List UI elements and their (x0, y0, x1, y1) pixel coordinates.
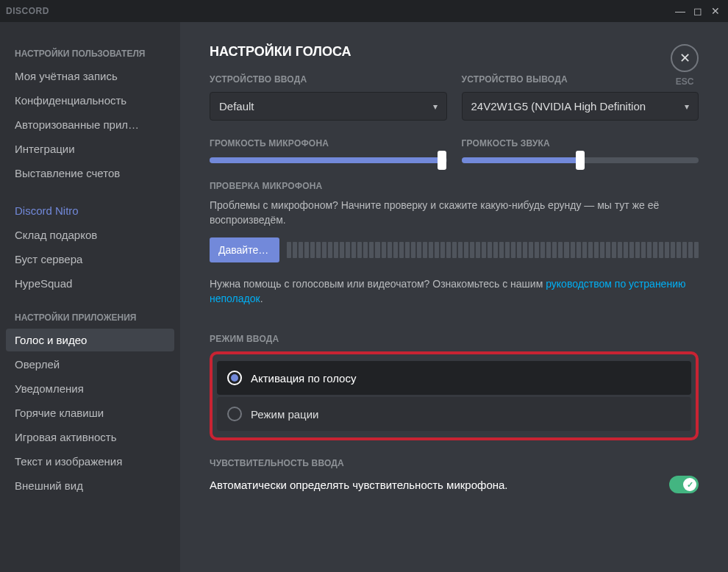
input-mode-group: Активация по голосу Режим рации (210, 351, 699, 440)
sidebar: НАСТРОЙКИ ПОЛЬЗОВАТЕЛЯ Моя учётная запис… (0, 22, 180, 572)
maximize-icon[interactable]: ◻ (691, 5, 704, 17)
minimize-icon[interactable]: — (674, 5, 687, 17)
input-device-label: УСТРОЙСТВО ВВОДА (210, 74, 447, 85)
sensitivity-label: ЧУВСТВИТЕЛЬНОСТЬ ВВОДА (210, 458, 699, 468)
close-button[interactable]: ✕ ESC (671, 44, 699, 87)
input-mode-voice-label: Активация по голосу (251, 372, 356, 385)
input-device-select[interactable]: Default ▾ (210, 92, 447, 121)
chevron-down-icon: ▾ (685, 101, 689, 112)
input-device-value: Default (219, 100, 254, 112)
sidebar-item-nitro[interactable]: Discord Nitro (6, 199, 174, 222)
check-icon: ✓ (683, 478, 696, 491)
radio-icon (227, 407, 242, 421)
mic-test-button[interactable]: Давайте пр… (210, 237, 279, 262)
mic-level-meter (287, 242, 699, 258)
sidebar-item-gifts[interactable]: Склад подарков (6, 224, 174, 246)
output-device-label: УСТРОЙСТВО ВЫВОДА (462, 74, 699, 85)
mic-volume-label: ГРОМКОСТЬ МИКРОФОНА (210, 138, 447, 149)
input-mode-ptt[interactable]: Режим рации (217, 397, 691, 431)
sidebar-item-apps[interactable]: Авторизованные прил… (6, 113, 174, 136)
sidebar-header-app: НАСТРОЙКИ ПРИЛОЖЕНИЯ (6, 308, 174, 327)
input-mode-voice[interactable]: Активация по голосу (217, 361, 691, 395)
sidebar-item-appearance[interactable]: Внешний вид (6, 474, 174, 497)
mic-volume-slider[interactable] (210, 157, 447, 163)
sidebar-item-billing[interactable]: Выставление счетов (6, 162, 174, 185)
output-device-value: 24V2W1G5 (NVIDIA High Definition (471, 100, 646, 112)
close-esc-label: ESC (671, 76, 699, 87)
sidebar-item-voice[interactable]: Голос и видео (6, 329, 174, 351)
radio-icon (227, 371, 242, 385)
sidebar-item-boost[interactable]: Буст сервера (6, 248, 174, 271)
input-mode-ptt-label: Режим рации (251, 408, 318, 421)
app-name: DISCORD (6, 6, 49, 16)
window-controls: — ◻ ✕ (674, 5, 722, 17)
help-text: Нужна помощь с голосовым или видеочатом?… (210, 277, 699, 306)
sensitivity-auto-label: Автоматически определять чувствительност… (210, 479, 508, 491)
output-device-select[interactable]: 24V2W1G5 (NVIDIA High Definition ▾ (462, 92, 699, 121)
content: ✕ ESC НАСТРОЙКИ ГОЛОСА УСТРОЙСТВО ВВОДА … (180, 22, 728, 572)
mic-test-label: ПРОВЕРКА МИКРОФОНА (210, 181, 699, 191)
sensitivity-toggle[interactable]: ✓ (669, 476, 699, 493)
sound-volume-label: ГРОМКОСТЬ ЗВУКА (462, 138, 699, 149)
titlebar: DISCORD — ◻ ✕ (0, 0, 728, 22)
chevron-down-icon: ▾ (433, 101, 438, 112)
close-icon[interactable]: ✕ (709, 5, 722, 17)
sidebar-item-integrations[interactable]: Интеграции (6, 137, 174, 160)
sound-volume-slider[interactable] (462, 157, 699, 163)
sidebar-item-hotkeys[interactable]: Горячие клавиши (6, 401, 174, 424)
sidebar-header-user: НАСТРОЙКИ ПОЛЬЗОВАТЕЛЯ (6, 44, 174, 63)
input-mode-label: РЕЖИМ ВВОДА (210, 334, 699, 344)
sidebar-item-privacy[interactable]: Конфиденциальность (6, 89, 174, 112)
sidebar-item-game-activity[interactable]: Игровая активность (6, 426, 174, 448)
sidebar-item-notifications[interactable]: Уведомления (6, 377, 174, 400)
mic-test-desc: Проблемы с микрофоном? Начните проверку … (210, 199, 699, 227)
close-x-icon[interactable]: ✕ (671, 44, 699, 72)
sidebar-item-hypesquad[interactable]: HypeSquad (6, 272, 174, 295)
sidebar-item-account[interactable]: Моя учётная запись (6, 65, 174, 87)
sidebar-item-overlay[interactable]: Оверлей (6, 353, 174, 376)
sidebar-item-text[interactable]: Текст и изображения (6, 450, 174, 473)
page-title: НАСТРОЙКИ ГОЛОСА (210, 44, 699, 60)
